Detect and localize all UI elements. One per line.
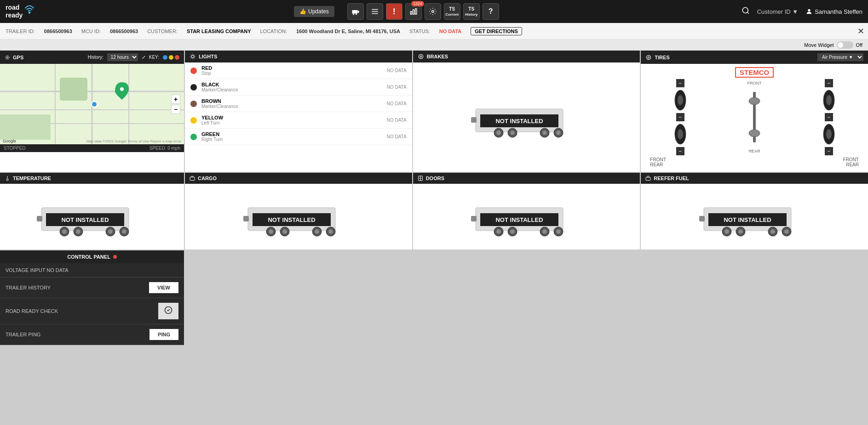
- gps-title: GPS: [5, 55, 23, 60]
- key-label: KEY:: [149, 55, 159, 60]
- rear-left-minus-btn[interactable]: −: [676, 113, 684, 121]
- app-name: road: [6, 4, 19, 11]
- svg-point-35: [496, 130, 501, 135]
- svg-rect-25: [0, 114, 51, 140]
- zoom-in-button[interactable]: +: [171, 95, 180, 104]
- updates-button[interactable]: 👍 Updates: [294, 6, 334, 17]
- help-nav-button[interactable]: ?: [483, 3, 499, 20]
- doors-trailer-graphic: NOT INSTALLED: [471, 198, 581, 246]
- rear-right-minus-btn[interactable]: −: [825, 113, 833, 121]
- black-dot: [190, 84, 197, 91]
- svg-point-27: [120, 87, 124, 91]
- rear-right-minus-btn-2[interactable]: −: [825, 147, 833, 155]
- left-tires: − − −: [674, 79, 687, 155]
- svg-rect-109: [699, 216, 705, 221]
- cargo-header: CARGO: [185, 173, 412, 184]
- doors-widget: DOORS NOT INSTALLED: [413, 173, 640, 249]
- svg-point-26: [92, 102, 97, 107]
- svg-point-55: [826, 129, 832, 139]
- cargo-trailer-svg: NOT INSTALLED: [243, 198, 354, 244]
- tires-icon: [645, 54, 652, 61]
- svg-text:NOT INSTALLED: NOT INSTALLED: [268, 216, 315, 223]
- reefer-header: REEFER FUEL: [641, 173, 868, 184]
- green-light-info: GREEN Right Turn: [201, 131, 387, 142]
- svg-point-14: [808, 9, 810, 11]
- close-button[interactable]: ✕: [857, 26, 864, 36]
- rear-left-minus-btn-2[interactable]: −: [676, 147, 684, 155]
- road-ready-check-button[interactable]: [158, 303, 178, 319]
- svg-rect-1: [352, 10, 357, 14]
- svg-point-53: [826, 95, 832, 105]
- front-right-minus-btn[interactable]: −: [825, 79, 833, 87]
- front-label-left: FRONT: [747, 81, 762, 85]
- voltage-row: VOLTAGE INPUT NO DATA: [0, 263, 184, 278]
- map-roads-svg: [0, 64, 184, 144]
- svg-point-48: [678, 129, 683, 139]
- location-value: 1600 Woodland Dr E, Saline, MI 48176, US…: [296, 28, 400, 34]
- trailer-ping-row: TRAILER PING PING: [0, 324, 184, 345]
- svg-point-28: [191, 55, 194, 58]
- svg-point-84: [421, 178, 421, 179]
- zoom-out-button[interactable]: −: [171, 105, 180, 114]
- svg-point-77: [315, 229, 319, 234]
- svg-point-41: [556, 130, 561, 135]
- svg-point-95: [556, 229, 561, 234]
- front-left-minus-btn[interactable]: −: [676, 79, 684, 87]
- customer-id-dropdown[interactable]: Customer ID ▼: [757, 8, 798, 15]
- ping-button[interactable]: PING: [149, 329, 178, 340]
- get-directions-button[interactable]: GET DIRECTIONS: [471, 27, 522, 35]
- svg-point-3: [353, 14, 354, 15]
- svg-point-108: [784, 229, 789, 234]
- svg-rect-96: [471, 216, 477, 221]
- temperature-header: TEMPERATURE: [0, 173, 184, 184]
- green-dot: [190, 134, 197, 140]
- list-nav-button[interactable]: [367, 3, 383, 20]
- svg-point-64: [108, 229, 113, 234]
- doors-icon: [418, 176, 423, 181]
- svg-text:NOT INSTALLED: NOT INSTALLED: [496, 216, 543, 223]
- map-placeholder: Map Satellite: [0, 64, 184, 144]
- search-button[interactable]: [742, 6, 750, 17]
- air-pressure-select[interactable]: Air Pressure ▼ Temperature: [817, 53, 863, 61]
- reefer-trailer-svg: NOT INSTALLED: [699, 198, 810, 244]
- svg-text:NOT INSTALLED: NOT INSTALLED: [724, 216, 771, 223]
- svg-text:NOT INSTALLED: NOT INSTALLED: [496, 118, 543, 125]
- svg-point-93: [542, 229, 547, 234]
- top-navigation: road ready 👍 Updates ! 1324: [0, 0, 868, 23]
- move-widget-toggle[interactable]: [837, 41, 853, 49]
- history-select[interactable]: 12 hours 24 hours 48 hours: [107, 53, 138, 61]
- trailer-nav-button[interactable]: [347, 3, 364, 20]
- reefer-icon: [645, 176, 651, 181]
- temp-trailer-svg: NOT INSTALLED: [37, 198, 147, 244]
- settings-nav-button[interactable]: [425, 3, 441, 20]
- svg-point-60: [62, 229, 67, 234]
- alert-nav-button[interactable]: !: [386, 3, 402, 20]
- reefer-trailer-graphic: NOT INSTALLED: [699, 198, 810, 246]
- reefer-not-installed: NOT INSTALLED: [641, 184, 868, 261]
- svg-point-62: [76, 229, 80, 234]
- ts-history-nav-button[interactable]: TSHistory: [463, 3, 480, 20]
- trailer-history-row: TRAILER HISTORY VIEW: [0, 278, 184, 298]
- stemco-logo: STEMCO: [735, 67, 774, 78]
- brakes-widget: BRAKES NOT INSTALLED: [413, 51, 640, 172]
- brown-light-info: BROWN Marker/Clearance: [201, 98, 387, 109]
- map-zoom-controls: + −: [171, 95, 180, 114]
- ts-current-nav-button[interactable]: TSCurrent: [444, 3, 460, 20]
- logo-area: road ready: [6, 4, 52, 19]
- map-container[interactable]: Map Satellite: [0, 64, 184, 144]
- user-name-display: Samantha Steffen: [805, 8, 862, 15]
- svg-rect-42: [471, 117, 477, 123]
- view-button[interactable]: VIEW: [149, 282, 178, 293]
- light-row-yellow: YELLOW Left Turn NO DATA: [185, 112, 412, 129]
- brakes-trailer-graphic: NOT INSTALLED: [471, 100, 581, 147]
- bottom-gray-area: [185, 250, 868, 345]
- front-right-tire: [822, 89, 835, 111]
- tires-content: STEMCO − − −: [641, 64, 868, 172]
- chart-nav-button[interactable]: 1324: [405, 3, 422, 20]
- yellow-dot: [190, 117, 197, 124]
- svg-point-83: [420, 178, 420, 179]
- map-data-label: Map data ©2022 Google Terms of Use Repor…: [86, 139, 181, 143]
- doors-header: DOORS: [413, 173, 640, 184]
- status-label: STATUS:: [409, 28, 430, 34]
- cargo-not-installed: NOT INSTALLED: [185, 184, 412, 261]
